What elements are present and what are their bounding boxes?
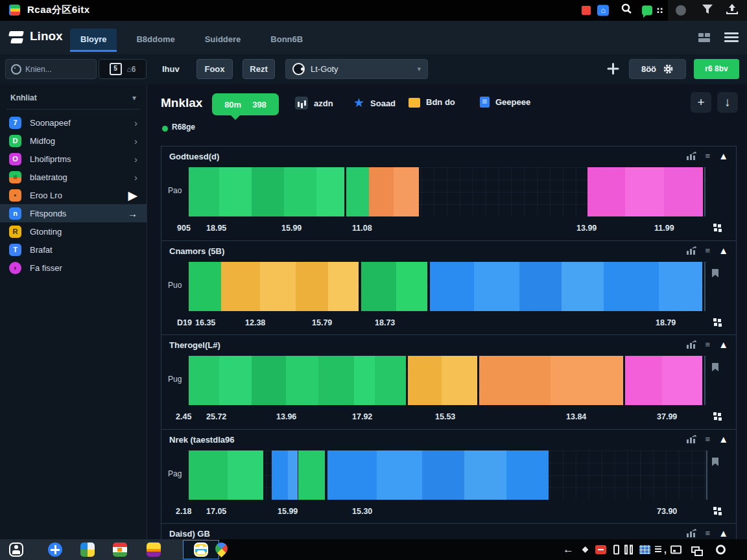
sidebar-item[interactable]: TBrafat	[0, 240, 147, 259]
dots-grid-icon[interactable]: ∷	[657, 6, 663, 16]
bar-segment	[189, 167, 219, 216]
hive-app-icon[interactable]	[147, 542, 161, 557]
flag-icon	[409, 98, 420, 108]
add-button[interactable]: +	[691, 92, 711, 113]
grid-icon[interactable]	[698, 33, 710, 43]
sidebar-item[interactable]: OLhoifiprtms›	[0, 150, 147, 168]
legend-icon[interactable]: ≡	[706, 434, 711, 444]
quick-link-bdn-do[interactable]: Bdn do	[409, 97, 455, 108]
save-button[interactable]: r6 8bv	[694, 59, 739, 79]
quick-link-azdn[interactable]: azdn	[295, 97, 333, 110]
legend-icon[interactable]: ≡	[706, 246, 711, 255]
sparkle-icon[interactable]	[607, 63, 619, 75]
app-logo-icon	[9, 5, 20, 16]
foox-button[interactable]: Foox	[196, 59, 233, 79]
search-icon[interactable]	[621, 3, 632, 18]
axis-tick-value: 18.79	[656, 318, 676, 327]
sidebar-item[interactable]: RGtonting	[0, 222, 147, 240]
brand-logo-icon[interactable]	[9, 31, 25, 44]
chevron-right-icon[interactable]: ›	[134, 154, 137, 165]
bar-segment	[464, 450, 506, 500]
window-icon[interactable]	[670, 546, 682, 554]
sidebar-item[interactable]: nFitsponds→	[0, 204, 147, 222]
sidebar-item[interactable]: ◗Fa fisser	[0, 259, 147, 277]
diamond-icon[interactable]	[582, 546, 589, 553]
quick-link-geepeee[interactable]: Geepeee	[480, 97, 530, 108]
search-input[interactable]: Knien...	[5, 59, 97, 79]
windows-stack-icon[interactable]	[691, 546, 700, 553]
toolbar: Knien... 5 ⌂6 Ihuv Foox Rezt Lt-Goty ▾ 8…	[0, 54, 747, 85]
funnel-icon[interactable]	[702, 4, 713, 17]
collapse-icon[interactable]: ▲	[718, 434, 728, 445]
search-mode-toggle[interactable]: 5 ⌂6	[99, 59, 147, 79]
collapse-icon[interactable]: ▲	[718, 339, 728, 350]
upload-icon[interactable]	[726, 4, 738, 17]
tab-b8ddome[interactable]: B8ddome	[126, 29, 185, 50]
circle-outline-icon[interactable]	[716, 545, 726, 555]
sidebar-item[interactable]: ≡blaetratog›	[0, 168, 147, 186]
apps-grid-icon[interactable]	[713, 318, 722, 327]
chart-type-icon[interactable]	[686, 152, 697, 160]
chevron-right-icon[interactable]: ›	[134, 172, 137, 183]
chevron-right-icon[interactable]: ›	[134, 117, 137, 128]
gear-icon[interactable]	[663, 64, 674, 75]
chart-type-icon[interactable]	[686, 340, 697, 349]
chart-type-icon[interactable]	[686, 435, 697, 443]
download-button[interactable]: ↓	[717, 92, 738, 113]
sidebar-item[interactable]: ▪Eroo Lro▶	[0, 186, 147, 204]
bar-segment	[442, 356, 477, 405]
axis-tick-value: 15.79	[312, 318, 332, 327]
circle-icon[interactable]	[676, 5, 686, 16]
collapse-icon[interactable]: ▲	[718, 528, 728, 539]
list-icon[interactable]	[655, 546, 661, 554]
rezt-button[interactable]: Rezt	[243, 59, 275, 79]
photos-app-icon[interactable]	[113, 542, 127, 557]
red-badge-icon[interactable]	[595, 545, 606, 554]
apps-grid-icon[interactable]	[713, 412, 722, 421]
pause-icon[interactable]	[624, 545, 635, 555]
active-app-frame[interactable]	[183, 540, 219, 559]
arrow-right-icon[interactable]: →	[128, 208, 137, 219]
collapse-icon[interactable]: ▲	[718, 245, 728, 256]
axis-end-line	[706, 450, 707, 500]
red-square-icon[interactable]	[582, 6, 591, 15]
legend-icon[interactable]: ≡	[706, 528, 711, 538]
tab-bloyre[interactable]: Bloyre	[70, 29, 117, 50]
gallery-app-icon[interactable]	[80, 542, 95, 557]
sidebar-item[interactable]: 7Soonapeef›	[0, 113, 147, 132]
box-toggle-icon[interactable]: 5	[110, 63, 122, 75]
back-arrow-icon[interactable]: ←	[563, 543, 574, 556]
legend-icon[interactable]: ≡	[706, 151, 711, 161]
collapse-icon[interactable]: ▲	[718, 150, 728, 161]
files-app-icon[interactable]	[194, 542, 208, 557]
legend-icon[interactable]: ≡	[706, 340, 711, 349]
sidebar-item[interactable]: DMidfog›	[0, 132, 147, 150]
bar-segment	[286, 356, 318, 405]
bar-segment	[659, 262, 702, 311]
compass-app-icon[interactable]	[48, 542, 62, 557]
sidebar-header[interactable]: Knhliat ▾	[0, 84, 147, 109]
home-toggle-label[interactable]: ⌂6	[127, 65, 136, 74]
chat-icon[interactable]	[642, 6, 652, 16]
apps-grid-icon[interactable]	[713, 224, 722, 232]
apps-grid-icon[interactable]	[713, 507, 722, 515]
blue-grid-icon[interactable]	[639, 545, 650, 554]
bookmark-icon[interactable]	[711, 457, 719, 467]
bookmark-icon[interactable]	[711, 362, 719, 372]
category-dropdown[interactable]: Lt-Goty ▾	[285, 59, 428, 79]
tab-bonn6b[interactable]: Bonn6B	[260, 29, 313, 50]
chevron-right-icon[interactable]: ›	[134, 135, 137, 146]
sidebar-item-icon: 7	[9, 117, 21, 129]
chart-type-icon[interactable]	[686, 246, 697, 255]
chart-type-icon[interactable]	[686, 529, 697, 537]
counter-settings-button[interactable]: 8öö	[629, 59, 686, 79]
tab-suiddere[interactable]: Suiddere	[195, 29, 252, 50]
user-app-icon[interactable]	[9, 542, 23, 557]
quick-link-soaad[interactable]: ★Soaad	[353, 97, 396, 110]
bookmark-icon[interactable]	[711, 268, 719, 278]
axis-tick-value: 905	[177, 224, 191, 233]
ihuv-link[interactable]: Ihuv	[162, 59, 180, 79]
phone-icon[interactable]	[613, 545, 619, 555]
house-icon[interactable]: ⌂	[597, 5, 609, 16]
menu-icon[interactable]	[724, 32, 739, 43]
